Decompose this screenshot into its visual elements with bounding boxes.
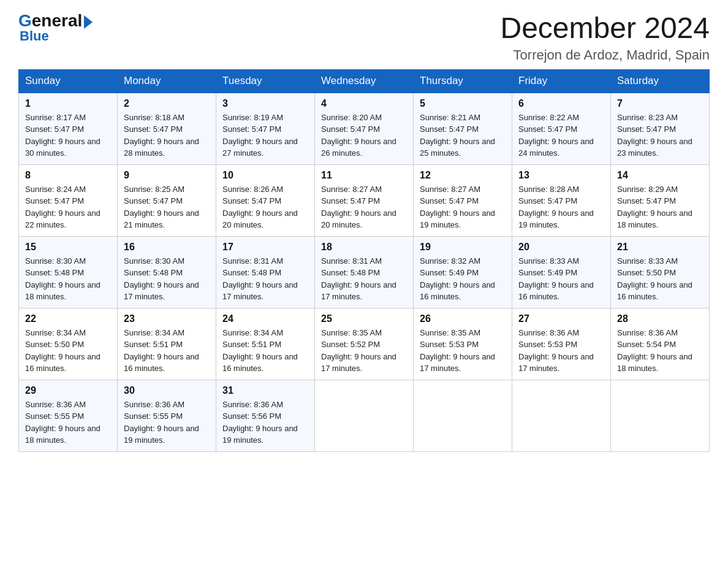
calendar-cell: 23Sunrise: 8:34 AMSunset: 5:51 PMDayligh… xyxy=(118,308,216,380)
day-info: Sunrise: 8:21 AMSunset: 5:47 PMDaylight:… xyxy=(420,112,506,159)
day-info: Sunrise: 8:30 AMSunset: 5:48 PMDaylight:… xyxy=(25,255,111,303)
day-info: Sunrise: 8:27 AMSunset: 5:47 PMDaylight:… xyxy=(420,183,506,231)
day-info: Sunrise: 8:29 AMSunset: 5:47 PMDaylight:… xyxy=(617,183,703,231)
calendar-cell: 15Sunrise: 8:30 AMSunset: 5:48 PMDayligh… xyxy=(19,236,118,308)
col-monday: Monday xyxy=(118,69,216,93)
calendar-cell: 8Sunrise: 8:24 AMSunset: 5:47 PMDaylight… xyxy=(19,164,118,236)
calendar-cell xyxy=(512,380,611,451)
day-number: 26 xyxy=(420,313,506,324)
col-tuesday: Tuesday xyxy=(216,69,315,93)
calendar-cell: 13Sunrise: 8:28 AMSunset: 5:47 PMDayligh… xyxy=(512,164,611,236)
day-info: Sunrise: 8:23 AMSunset: 5:47 PMDaylight:… xyxy=(617,112,703,159)
day-info: Sunrise: 8:26 AMSunset: 5:47 PMDaylight:… xyxy=(222,183,308,231)
day-info: Sunrise: 8:31 AMSunset: 5:48 PMDaylight:… xyxy=(321,255,407,303)
calendar-cell xyxy=(315,380,414,451)
calendar-table: Sunday Monday Tuesday Wednesday Thursday… xyxy=(18,69,710,452)
calendar-cell: 9Sunrise: 8:25 AMSunset: 5:47 PMDaylight… xyxy=(118,164,216,236)
day-info: Sunrise: 8:22 AMSunset: 5:47 PMDaylight:… xyxy=(518,112,604,159)
week-row-1: 1Sunrise: 8:17 AMSunset: 5:47 PMDaylight… xyxy=(19,93,710,165)
calendar-cell: 4Sunrise: 8:20 AMSunset: 5:47 PMDaylight… xyxy=(315,93,414,165)
day-number: 10 xyxy=(222,170,308,181)
day-info: Sunrise: 8:36 AMSunset: 5:55 PMDaylight:… xyxy=(124,399,210,446)
day-number: 15 xyxy=(25,242,111,253)
calendar-cell: 25Sunrise: 8:35 AMSunset: 5:52 PMDayligh… xyxy=(315,308,414,380)
calendar-cell: 21Sunrise: 8:33 AMSunset: 5:50 PMDayligh… xyxy=(611,236,710,308)
day-number: 16 xyxy=(124,242,210,253)
day-number: 13 xyxy=(518,170,604,181)
calendar-cell xyxy=(611,380,710,451)
day-info: Sunrise: 8:18 AMSunset: 5:47 PMDaylight:… xyxy=(124,112,210,159)
calendar-cell: 17Sunrise: 8:31 AMSunset: 5:48 PMDayligh… xyxy=(216,236,315,308)
day-info: Sunrise: 8:30 AMSunset: 5:48 PMDaylight:… xyxy=(124,255,210,303)
day-number: 8 xyxy=(25,170,111,181)
day-number: 20 xyxy=(518,242,604,253)
calendar-cell: 18Sunrise: 8:31 AMSunset: 5:48 PMDayligh… xyxy=(315,236,414,308)
day-number: 22 xyxy=(25,313,111,324)
calendar-cell: 6Sunrise: 8:22 AMSunset: 5:47 PMDaylight… xyxy=(512,93,611,165)
day-number: 9 xyxy=(124,170,210,181)
day-info: Sunrise: 8:36 AMSunset: 5:54 PMDaylight:… xyxy=(617,327,703,375)
day-number: 14 xyxy=(617,170,703,181)
day-info: Sunrise: 8:35 AMSunset: 5:52 PMDaylight:… xyxy=(321,327,407,375)
day-info: Sunrise: 8:34 AMSunset: 5:51 PMDaylight:… xyxy=(222,327,308,375)
day-number: 27 xyxy=(518,313,604,324)
day-number: 29 xyxy=(25,385,111,396)
calendar-cell: 27Sunrise: 8:36 AMSunset: 5:53 PMDayligh… xyxy=(512,308,611,380)
calendar-cell: 30Sunrise: 8:36 AMSunset: 5:55 PMDayligh… xyxy=(118,380,216,451)
calendar-cell: 10Sunrise: 8:26 AMSunset: 5:47 PMDayligh… xyxy=(216,164,315,236)
logo-blue-text: Blue xyxy=(20,29,49,43)
day-info: Sunrise: 8:24 AMSunset: 5:47 PMDaylight:… xyxy=(25,183,111,231)
col-friday: Friday xyxy=(512,69,611,93)
calendar-cell: 26Sunrise: 8:35 AMSunset: 5:53 PMDayligh… xyxy=(414,308,512,380)
day-info: Sunrise: 8:36 AMSunset: 5:53 PMDaylight:… xyxy=(518,327,604,375)
calendar-cell: 11Sunrise: 8:27 AMSunset: 5:47 PMDayligh… xyxy=(315,164,414,236)
calendar-cell: 1Sunrise: 8:17 AMSunset: 5:47 PMDaylight… xyxy=(19,93,118,165)
day-number: 2 xyxy=(124,98,210,109)
day-info: Sunrise: 8:32 AMSunset: 5:49 PMDaylight:… xyxy=(420,255,506,303)
col-wednesday: Wednesday xyxy=(315,69,414,93)
day-info: Sunrise: 8:20 AMSunset: 5:47 PMDaylight:… xyxy=(321,112,407,159)
calendar-cell: 5Sunrise: 8:21 AMSunset: 5:47 PMDaylight… xyxy=(414,93,512,165)
calendar-cell xyxy=(414,380,512,451)
calendar-cell: 2Sunrise: 8:18 AMSunset: 5:47 PMDaylight… xyxy=(118,93,216,165)
day-info: Sunrise: 8:36 AMSunset: 5:56 PMDaylight:… xyxy=(222,399,308,446)
day-number: 17 xyxy=(222,242,308,253)
month-year-title: December 2024 xyxy=(500,12,710,45)
day-info: Sunrise: 8:34 AMSunset: 5:50 PMDaylight:… xyxy=(25,327,111,375)
calendar-header-row: Sunday Monday Tuesday Wednesday Thursday… xyxy=(19,69,710,93)
day-number: 19 xyxy=(420,242,506,253)
calendar-cell: 20Sunrise: 8:33 AMSunset: 5:49 PMDayligh… xyxy=(512,236,611,308)
col-saturday: Saturday xyxy=(611,69,710,93)
day-info: Sunrise: 8:19 AMSunset: 5:47 PMDaylight:… xyxy=(222,112,308,159)
week-row-2: 8Sunrise: 8:24 AMSunset: 5:47 PMDaylight… xyxy=(19,164,710,236)
day-info: Sunrise: 8:34 AMSunset: 5:51 PMDaylight:… xyxy=(124,327,210,375)
location-subtitle: Torrejon de Ardoz, Madrid, Spain xyxy=(500,47,710,63)
day-number: 1 xyxy=(25,98,111,109)
day-number: 3 xyxy=(222,98,308,109)
day-number: 23 xyxy=(124,313,210,324)
day-info: Sunrise: 8:35 AMSunset: 5:53 PMDaylight:… xyxy=(420,327,506,375)
day-number: 12 xyxy=(420,170,506,181)
day-info: Sunrise: 8:27 AMSunset: 5:47 PMDaylight:… xyxy=(321,183,407,231)
day-number: 30 xyxy=(124,385,210,396)
calendar-cell: 22Sunrise: 8:34 AMSunset: 5:50 PMDayligh… xyxy=(19,308,118,380)
day-info: Sunrise: 8:17 AMSunset: 5:47 PMDaylight:… xyxy=(25,112,111,159)
week-row-5: 29Sunrise: 8:36 AMSunset: 5:55 PMDayligh… xyxy=(19,380,710,451)
day-number: 5 xyxy=(420,98,506,109)
week-row-4: 22Sunrise: 8:34 AMSunset: 5:50 PMDayligh… xyxy=(19,308,710,380)
calendar-cell: 16Sunrise: 8:30 AMSunset: 5:48 PMDayligh… xyxy=(118,236,216,308)
day-number: 31 xyxy=(222,385,308,396)
week-row-3: 15Sunrise: 8:30 AMSunset: 5:48 PMDayligh… xyxy=(19,236,710,308)
day-number: 6 xyxy=(518,98,604,109)
col-thursday: Thursday xyxy=(414,69,512,93)
day-number: 7 xyxy=(617,98,703,109)
day-number: 24 xyxy=(222,313,308,324)
calendar-cell: 28Sunrise: 8:36 AMSunset: 5:54 PMDayligh… xyxy=(611,308,710,380)
day-number: 4 xyxy=(321,98,407,109)
day-number: 28 xyxy=(617,313,703,324)
day-number: 25 xyxy=(321,313,407,324)
logo-general-text: General xyxy=(18,12,93,29)
day-info: Sunrise: 8:31 AMSunset: 5:48 PMDaylight:… xyxy=(222,255,308,303)
calendar-cell: 24Sunrise: 8:34 AMSunset: 5:51 PMDayligh… xyxy=(216,308,315,380)
day-info: Sunrise: 8:33 AMSunset: 5:50 PMDaylight:… xyxy=(617,255,703,303)
